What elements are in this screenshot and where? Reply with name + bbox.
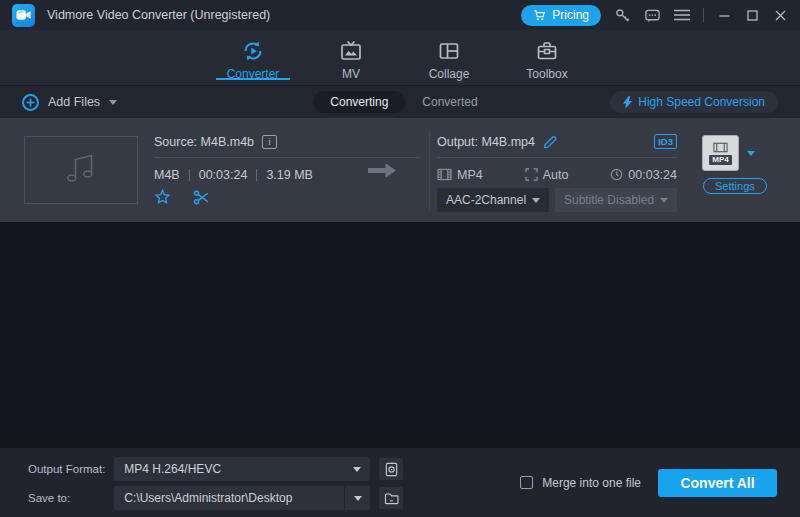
close-button[interactable] [773,10,788,21]
save-to-path: C:\Users\Administrator\Desktop [124,491,344,505]
add-files-button[interactable]: Add Files [22,94,117,111]
meta-separator [256,169,257,181]
add-files-caret-icon[interactable] [109,100,117,105]
footer-bar: Output Format: MP4 H.264/HEVC Save to: C… [0,447,800,517]
divider [154,157,420,158]
convert-arrow-icon [367,162,397,183]
convert-all-button[interactable]: Convert All [658,469,777,497]
output-section: Output: M4B.mp4 ID3 MP4 A [437,131,677,212]
id3-badge[interactable]: ID3 [654,134,677,149]
column-divider [429,130,430,210]
merge-checkbox[interactable] [520,476,533,489]
titlebar-separator [703,8,704,22]
output-profile-icon[interactable]: MP4 [702,135,739,171]
chevron-down-icon [344,457,370,481]
toolbar: Add Files Converting Converted High Spee… [0,86,800,118]
format-settings-button[interactable] [379,458,403,480]
active-tab-indicator [216,78,290,80]
merge-into-one-file-option[interactable]: Merge into one file [520,476,641,490]
output-format-dropdown[interactable]: MP4 H.264/HEVC [114,457,370,481]
cart-icon [533,9,546,22]
collage-icon [437,39,461,63]
profile-format-badge: MP4 [709,155,731,165]
window-title: Vidmore Video Converter (Unregistered) [47,8,270,22]
save-to-label: Save to: [28,492,105,504]
music-note-icon [60,148,102,192]
pricing-label: Pricing [552,8,589,22]
tab-toolbox-label: Toolbox [526,67,567,81]
film-icon [437,168,452,181]
main-nav: Converter MV Collage Toolbox [0,30,800,86]
chevron-down-icon [660,198,668,203]
converter-icon [241,39,265,63]
output-format-label: Output Format: [28,463,105,475]
output-duration: 00:03:24 [628,168,677,182]
lightning-icon [623,96,632,109]
source-filename: Source: M4B.m4b [154,135,254,149]
divider [437,157,677,158]
output-resolution: Auto [543,168,569,182]
settings-button[interactable]: Settings [703,178,767,194]
chevron-down-icon [532,198,540,203]
tab-mv[interactable]: MV [308,30,394,85]
minimize-button[interactable] [717,10,732,21]
feedback-icon[interactable] [644,7,661,24]
tab-converting[interactable]: Converting [313,91,405,113]
app-window: Vidmore Video Converter (Unregistered) P… [0,0,800,517]
pricing-button[interactable]: Pricing [521,5,601,26]
audio-track-value: AAC-2Channel [446,193,526,207]
tab-collage[interactable]: Collage [406,30,492,85]
titlebar: Vidmore Video Converter (Unregistered) P… [0,0,800,30]
output-format-dropdown-value: MP4 H.264/HEVC [124,462,344,476]
file-thumbnail[interactable] [24,136,138,204]
merge-label: Merge into one file [542,476,641,490]
chevron-down-icon [344,486,370,510]
profile-caret-icon[interactable] [747,151,755,156]
maximize-button[interactable] [745,10,760,21]
source-size: 3.19 MB [266,168,313,182]
app-logo-icon [12,4,35,27]
info-icon[interactable]: i [262,135,277,149]
tab-converter[interactable]: Converter [210,30,296,85]
mv-icon [339,39,363,63]
rename-pencil-icon[interactable] [543,135,557,149]
toolbox-icon [535,39,559,63]
subtitle-value: Subtitle Disabled [564,193,654,207]
subtitle-select[interactable]: Subtitle Disabled [555,188,677,212]
source-duration: 00:03:24 [199,168,248,182]
high-speed-conversion-button[interactable]: High Speed Conversion [610,91,778,113]
output-filename: Output: M4B.mp4 [437,135,535,149]
profile-settings: MP4 Settings [702,135,788,194]
audio-track-select[interactable]: AAC-2Channel [437,188,549,212]
add-files-label: Add Files [48,95,100,109]
clock-icon [610,168,623,181]
source-format: M4B [154,168,180,182]
file-row: Source: M4B.m4b i M4B 00:03:24 3.19 MB [0,118,800,222]
effect-star-icon[interactable] [154,189,171,206]
tab-collage-label: Collage [429,67,470,81]
add-icon [22,94,39,111]
tab-converted[interactable]: Converted [413,95,486,109]
resolution-icon [525,168,538,181]
tab-mv-label: MV [342,67,360,81]
menu-icon[interactable] [674,9,690,21]
save-to-dropdown[interactable]: C:\Users\Administrator\Desktop [114,486,370,510]
tab-toolbox[interactable]: Toolbox [504,30,590,85]
register-key-icon[interactable] [614,7,631,24]
meta-separator [189,169,190,181]
file-list-empty-area [0,222,800,447]
open-folder-button[interactable] [379,487,403,509]
high-speed-label: High Speed Conversion [638,95,765,109]
cut-scissors-icon[interactable] [193,189,210,206]
output-format-value: MP4 [457,168,483,182]
